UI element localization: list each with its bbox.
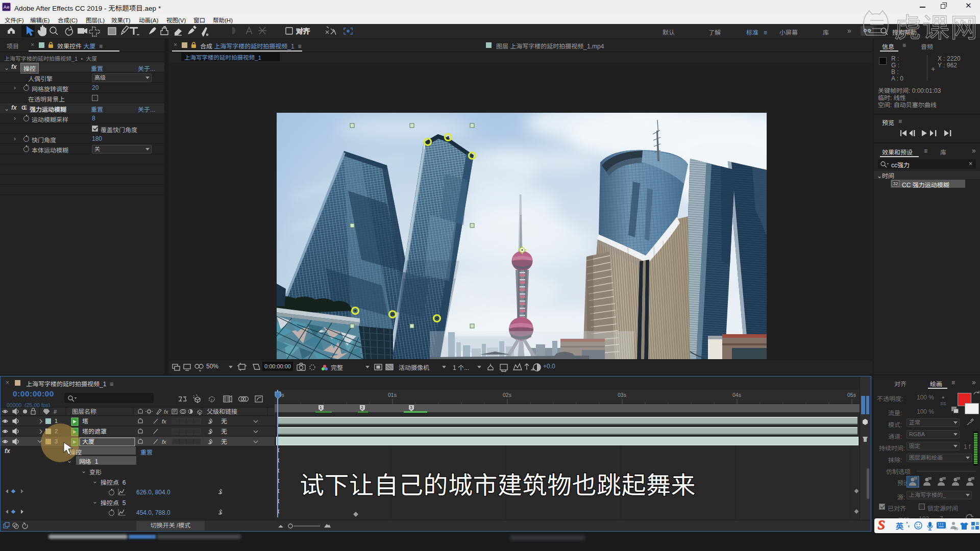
- svg-text:#: #: [54, 409, 57, 415]
- svg-text:1: 1: [55, 418, 58, 424]
- svg-text:塔的遮罩: 塔的遮罩: [82, 427, 107, 435]
- svg-text:03s: 03s: [618, 392, 626, 398]
- svg-text:1: 1: [320, 405, 322, 410]
- svg-text:01s: 01s: [388, 392, 397, 398]
- svg-text:2: 2: [361, 405, 363, 410]
- svg-text:父级和链接: 父级和链接: [207, 407, 237, 415]
- svg-text:对齐: 对齐: [296, 28, 310, 35]
- svg-text:无: 无: [221, 427, 227, 435]
- svg-text:大厦: 大厦: [82, 437, 94, 445]
- svg-text:塔: 塔: [82, 416, 88, 425]
- svg-text:15: 15: [954, 527, 958, 531]
- svg-text:图层名称: 图层名称: [72, 407, 96, 415]
- svg-text:02s: 02s: [503, 392, 511, 398]
- svg-text:无: 无: [221, 416, 227, 425]
- svg-text:3: 3: [410, 405, 412, 410]
- svg-text:04s: 04s: [732, 392, 741, 398]
- svg-text:05s: 05s: [847, 392, 856, 398]
- svg-text:无: 无: [221, 437, 227, 445]
- svg-text:fx: fx: [164, 409, 168, 415]
- svg-text:fx: fx: [162, 418, 166, 424]
- svg-text:fx: fx: [162, 439, 166, 445]
